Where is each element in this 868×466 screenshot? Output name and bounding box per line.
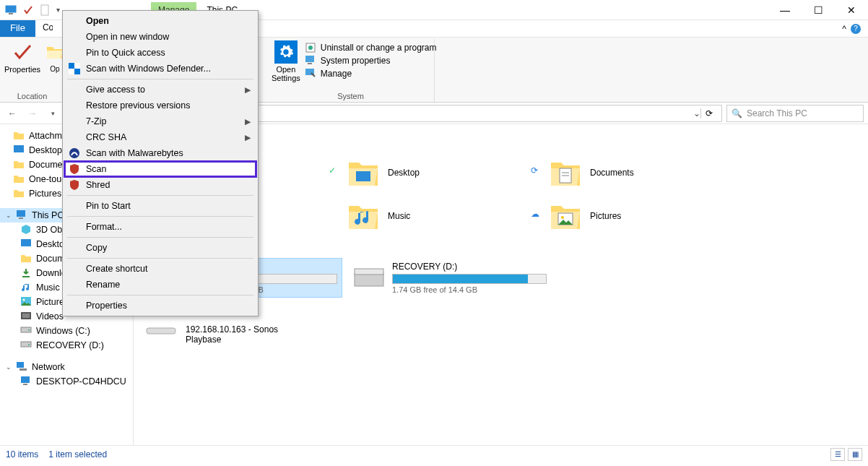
open-settings-button[interactable]: Open Settings bbox=[272, 40, 300, 82]
network-row: 192.168.10.163 - Sonos Playbase bbox=[139, 321, 864, 348]
file-tab[interactable]: File bbox=[0, 20, 35, 37]
collapse-caret-icon[interactable]: ^ bbox=[842, 24, 846, 34]
menu-item-label: Give access to bbox=[86, 85, 145, 95]
forward-button[interactable]: → bbox=[25, 105, 40, 121]
svg-point-19 bbox=[28, 344, 30, 345]
drive-free-text: 1.74 GB free of 14.4 GB bbox=[392, 285, 547, 294]
folder-icon bbox=[548, 155, 583, 190]
menu-item[interactable]: Pin to Quick access bbox=[64, 45, 256, 61]
drive-usage-bar bbox=[392, 274, 547, 284]
drive-icon bbox=[353, 262, 385, 290]
menu-separator bbox=[67, 258, 253, 259]
folder-item[interactable]: ⟳ Documents bbox=[544, 151, 746, 194]
tree-item-label: Network bbox=[32, 362, 65, 372]
menu-separator bbox=[67, 195, 253, 196]
menu-item[interactable]: Open bbox=[64, 13, 256, 29]
close-button[interactable]: ✕ bbox=[835, 0, 868, 20]
menu-item[interactable]: Create shortcut bbox=[64, 261, 256, 277]
menu-item[interactable]: Restore previous versions bbox=[64, 98, 256, 113]
address-dropdown-icon[interactable]: ⌄ bbox=[693, 108, 700, 118]
menu-item[interactable]: CRC SHA ▶ bbox=[64, 129, 256, 145]
svg-rect-1 bbox=[9, 13, 13, 14]
svg-rect-20 bbox=[17, 362, 24, 368]
details-view-button[interactable]: ☰ bbox=[830, 448, 845, 461]
ribbon-collapse[interactable]: ^ ? bbox=[835, 20, 868, 37]
open-label: Op bbox=[50, 65, 59, 73]
tree-item-network[interactable]: ⌄Network bbox=[0, 360, 133, 374]
network-icon bbox=[16, 361, 27, 373]
refresh-button[interactable]: ⟳ bbox=[700, 108, 717, 118]
qat-properties-icon[interactable] bbox=[22, 4, 35, 17]
svg-rect-37 bbox=[74, 63, 80, 69]
back-button[interactable]: ← bbox=[4, 105, 20, 121]
help-icon[interactable]: ? bbox=[851, 24, 861, 34]
drive-icon bbox=[20, 340, 32, 351]
menu-separator bbox=[67, 79, 253, 79]
menu-item[interactable]: 7-Zip ▶ bbox=[64, 113, 256, 129]
tree-item[interactable]: Windows (C:) bbox=[0, 324, 133, 338]
folder-item[interactable]: ☁ Pictures bbox=[544, 194, 746, 238]
properties-button[interactable]: Properties bbox=[4, 40, 40, 74]
recent-dropdown[interactable]: ▾ bbox=[45, 105, 61, 121]
menu-item[interactable]: Open in new window bbox=[64, 29, 256, 45]
tree-item[interactable]: DESKTOP-CD4HDCU bbox=[0, 374, 133, 389]
svg-rect-16 bbox=[21, 327, 31, 332]
tree-item-label: Pictures bbox=[29, 189, 61, 199]
menu-item[interactable]: Properties bbox=[64, 298, 256, 314]
qat-dropdown-icon[interactable]: ▾ bbox=[56, 6, 60, 14]
mcafee-icon bbox=[69, 163, 80, 175]
menu-item-label: Scan bbox=[86, 164, 107, 174]
view-buttons: ☰ ▦ bbox=[830, 448, 862, 461]
menu-item[interactable]: Give access to ▶ bbox=[64, 82, 256, 98]
menu-item[interactable]: Scan with Malwarebytes bbox=[64, 145, 256, 161]
manage-button[interactable]: Manage bbox=[305, 68, 437, 79]
device-icon bbox=[144, 324, 178, 345]
system-group-label: System bbox=[272, 92, 430, 100]
maximize-button[interactable]: ☐ bbox=[802, 0, 835, 20]
ribbon-group-system: Open Settings Uninstall or change a prog… bbox=[267, 39, 435, 102]
svg-rect-2 bbox=[41, 5, 48, 15]
menu-separator bbox=[67, 216, 253, 217]
tree-item[interactable]: RECOVERY (D:) bbox=[0, 338, 133, 353]
computer-tab[interactable]: Computer bbox=[35, 20, 53, 37]
drive-item[interactable]: RECOVERY (D:) 1.74 GB free of 14.4 GB bbox=[349, 259, 551, 297]
drive-info: RECOVERY (D:) 1.74 GB free of 14.4 GB bbox=[392, 262, 547, 294]
music-icon bbox=[20, 282, 32, 293]
folder-label: Pictures bbox=[590, 211, 621, 221]
submenu-arrow-icon: ▶ bbox=[245, 117, 251, 126]
icons-view-button[interactable]: ▦ bbox=[848, 448, 862, 461]
system-properties-button[interactable]: System properties bbox=[305, 55, 437, 66]
device-label: 192.168.10.163 - Sonos Playbase bbox=[186, 324, 279, 345]
menu-item[interactable]: Rename bbox=[64, 277, 256, 293]
menu-item[interactable]: Pin to Start bbox=[64, 198, 256, 214]
menu-separator bbox=[67, 295, 253, 295]
minimize-button[interactable]: — bbox=[768, 0, 802, 20]
svg-rect-0 bbox=[6, 6, 16, 12]
context-menu[interactable]: Open Open in new window Pin to Quick acc… bbox=[62, 10, 259, 316]
status-bar: 10 items 1 item selected ☰ ▦ bbox=[0, 445, 868, 462]
search-box[interactable]: 🔍 Search This PC bbox=[726, 105, 864, 122]
folder-item[interactable]: Music bbox=[342, 194, 544, 238]
network-device-item[interactable]: 192.168.10.163 - Sonos Playbase bbox=[139, 321, 284, 348]
sync-badge-icon: ⟳ bbox=[531, 165, 538, 176]
svg-rect-35 bbox=[147, 328, 175, 334]
qat-thispc-icon[interactable] bbox=[4, 4, 17, 17]
search-icon: 🔍 bbox=[732, 108, 742, 118]
menu-item[interactable]: Format... bbox=[64, 219, 256, 235]
svg-rect-23 bbox=[23, 384, 27, 385]
qat-new-icon[interactable] bbox=[39, 4, 52, 17]
tree-item-label: Music bbox=[36, 282, 60, 293]
menu-item[interactable]: Scan with Windows Defender... bbox=[64, 61, 256, 77]
folder-item[interactable]: ✓ Desktop bbox=[342, 151, 544, 194]
status-selected-count: 1 item selected bbox=[48, 449, 107, 459]
properties-label: Properties bbox=[4, 65, 40, 74]
tree-item-label: RECOVERY (D:) bbox=[36, 340, 104, 350]
svg-point-17 bbox=[28, 329, 30, 331]
folder-icon bbox=[13, 173, 25, 185]
menu-item[interactable]: Copy bbox=[64, 240, 256, 256]
menu-item-label: Format... bbox=[86, 222, 122, 232]
menu-item[interactable]: Shred bbox=[64, 177, 256, 193]
menu-item[interactable]: Scan bbox=[64, 161, 256, 177]
3d-icon bbox=[20, 224, 32, 236]
uninstall-program-button[interactable]: Uninstall or change a program bbox=[305, 42, 437, 53]
